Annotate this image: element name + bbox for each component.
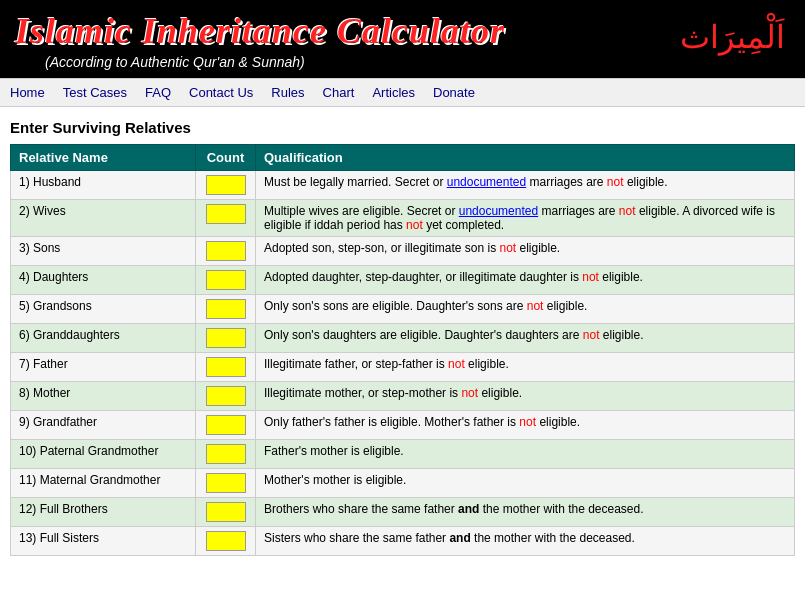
nav-link-faq[interactable]: FAQ <box>145 85 171 100</box>
count-cell <box>196 440 256 469</box>
table-row: 10) Paternal GrandmotherFather's mother … <box>11 440 795 469</box>
qual-cell: Illegitimate father, or step-father is n… <box>256 353 795 382</box>
qual-cell: Only father's father is eligible. Mother… <box>256 411 795 440</box>
nav-link-chart[interactable]: Chart <box>323 85 355 100</box>
main-content: Enter Surviving Relatives Relative Name … <box>0 107 805 568</box>
relative-name: 12) Full Brothers <box>11 498 196 527</box>
count-input[interactable] <box>206 444 246 464</box>
count-cell <box>196 200 256 237</box>
table-row: 5) GrandsonsOnly son's sons are eligible… <box>11 295 795 324</box>
count-input[interactable] <box>206 473 246 493</box>
count-cell <box>196 469 256 498</box>
count-input[interactable] <box>206 175 246 195</box>
qual-cell: Multiple wives are eligible. Secret or u… <box>256 200 795 237</box>
table-row: 9) GrandfatherOnly father's father is el… <box>11 411 795 440</box>
relative-name: 6) Granddaughters <box>11 324 196 353</box>
nav-link-home[interactable]: Home <box>10 85 45 100</box>
count-input[interactable] <box>206 531 246 551</box>
col-header-count: Count <box>196 145 256 171</box>
relative-name: 2) Wives <box>11 200 196 237</box>
main-nav: HomeTest CasesFAQContact UsRulesChartArt… <box>0 78 805 107</box>
count-cell <box>196 411 256 440</box>
relative-name: 13) Full Sisters <box>11 527 196 556</box>
qual-cell: Illegitimate mother, or step-mother is n… <box>256 382 795 411</box>
nav-link-test-cases[interactable]: Test Cases <box>63 85 127 100</box>
page-title: Islamic Inheritance Calculator <box>15 10 790 52</box>
relative-name: 10) Paternal Grandmother <box>11 440 196 469</box>
section-title: Enter Surviving Relatives <box>10 119 795 136</box>
table-row: 12) Full BrothersBrothers who share the … <box>11 498 795 527</box>
qual-cell: Sisters who share the same father and th… <box>256 527 795 556</box>
qual-cell: Mother's mother is eligible. <box>256 469 795 498</box>
count-cell <box>196 237 256 266</box>
table-row: 7) FatherIllegitimate father, or step-fa… <box>11 353 795 382</box>
qual-cell: Only son's sons are eligible. Daughter's… <box>256 295 795 324</box>
count-input[interactable] <box>206 415 246 435</box>
qual-cell: Father's mother is eligible. <box>256 440 795 469</box>
count-cell <box>196 353 256 382</box>
count-cell <box>196 324 256 353</box>
table-row: 13) Full SistersSisters who share the sa… <box>11 527 795 556</box>
col-header-name: Relative Name <box>11 145 196 171</box>
relative-name: 7) Father <box>11 353 196 382</box>
qual-cell: Brothers who share the same father and t… <box>256 498 795 527</box>
qual-cell: Adopted daughter, step-daughter, or ille… <box>256 266 795 295</box>
nav-link-contact-us[interactable]: Contact Us <box>189 85 253 100</box>
relative-name: 1) Husband <box>11 171 196 200</box>
count-cell <box>196 382 256 411</box>
relative-name: 9) Grandfather <box>11 411 196 440</box>
table-row: 4) DaughtersAdopted daughter, step-daugh… <box>11 266 795 295</box>
table-body: 1) HusbandMust be legally married. Secre… <box>11 171 795 556</box>
table-row: 3) SonsAdopted son, step-son, or illegit… <box>11 237 795 266</box>
count-input[interactable] <box>206 299 246 319</box>
table-header: Relative Name Count Qualification <box>11 145 795 171</box>
relative-name: 5) Grandsons <box>11 295 196 324</box>
count-input[interactable] <box>206 502 246 522</box>
arabic-text: اَلْمِيرَاث <box>680 18 785 56</box>
qual-cell: Must be legally married. Secret or undoc… <box>256 171 795 200</box>
nav-link-rules[interactable]: Rules <box>271 85 304 100</box>
count-cell <box>196 266 256 295</box>
count-cell <box>196 171 256 200</box>
page-subtitle: (According to Authentic Qur'an & Sunnah) <box>15 54 790 70</box>
count-cell <box>196 498 256 527</box>
count-cell <box>196 527 256 556</box>
qual-cell: Only son's daughters are eligible. Daugh… <box>256 324 795 353</box>
table-row: 11) Maternal GrandmotherMother's mother … <box>11 469 795 498</box>
nav-link-donate[interactable]: Donate <box>433 85 475 100</box>
col-header-qual: Qualification <box>256 145 795 171</box>
count-cell <box>196 295 256 324</box>
relative-name: 3) Sons <box>11 237 196 266</box>
relative-name: 8) Mother <box>11 382 196 411</box>
relative-name: 11) Maternal Grandmother <box>11 469 196 498</box>
nav-link-articles[interactable]: Articles <box>372 85 415 100</box>
relatives-table: Relative Name Count Qualification 1) Hus… <box>10 144 795 556</box>
page-header: Islamic Inheritance Calculator (Accordin… <box>0 0 805 78</box>
relative-name: 4) Daughters <box>11 266 196 295</box>
count-input[interactable] <box>206 386 246 406</box>
qual-cell: Adopted son, step-son, or illegitimate s… <box>256 237 795 266</box>
count-input[interactable] <box>206 357 246 377</box>
count-input[interactable] <box>206 328 246 348</box>
table-row: 2) WivesMultiple wives are eligible. Sec… <box>11 200 795 237</box>
table-row: 1) HusbandMust be legally married. Secre… <box>11 171 795 200</box>
table-row: 8) MotherIllegitimate mother, or step-mo… <box>11 382 795 411</box>
count-input[interactable] <box>206 204 246 224</box>
table-row: 6) GranddaughtersOnly son's daughters ar… <box>11 324 795 353</box>
count-input[interactable] <box>206 270 246 290</box>
count-input[interactable] <box>206 241 246 261</box>
